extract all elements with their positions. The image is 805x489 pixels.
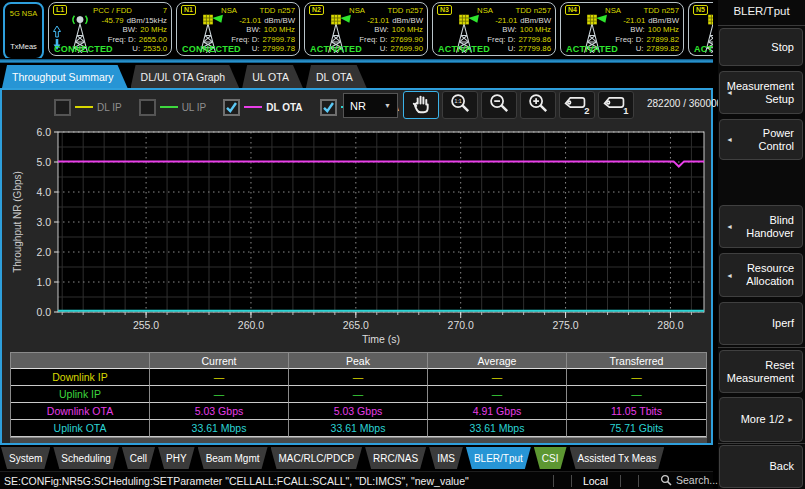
table-footer-strip [10,438,707,443]
bottom-tab-mac-rlc-pdcp[interactable]: MAC/RLC/PDCP [271,447,363,469]
local-remote-indicator[interactable]: Local [572,475,619,487]
table-header-row-label [11,353,150,369]
bottom-tab-scheduling[interactable]: Scheduling [53,447,118,469]
softkey-power-control[interactable]: ◄Power Control [719,119,803,160]
svg-text:3.0: 3.0 [36,216,51,228]
softkey-measurement-setup[interactable]: ◄Measurement Setup [719,71,803,114]
svg-text:260.0: 260.0 [238,319,264,331]
table-header-Transferred: Transferred [567,353,706,369]
softkey-resource-allocation[interactable]: ◄Resource Allocation [719,253,803,297]
legend-toggle-ul-ip[interactable]: UL IP [139,99,207,116]
mode-box: 5G NSA TxMeas [3,2,44,58]
table-header-Average: Average [428,353,567,369]
table-cell: — [289,369,428,386]
throughput-summary-panel: DL IPUL IPDL OTAUL OTA NR ▼ 1:121 282200… [0,88,713,445]
zoom-in-button[interactable] [520,91,556,119]
bottom-tab-ims[interactable]: IMS [429,447,463,469]
cell-status-N1[interactable]: N1NSATDD n257-21.01dBm/BWBW:100 MHzFreq:… [176,2,300,56]
zoom-out-button[interactable] [481,91,517,119]
softkey-more-1-2[interactable]: More 1/2► [719,397,803,442]
bottom-tab-phy[interactable]: PHY [158,447,195,469]
header-divider [0,59,713,63]
bottom-tab-bler-tput[interactable]: BLER/Tput [466,447,531,469]
softkey-reset-measurement[interactable]: Reset Measurement [719,350,803,393]
zoom-1to1-icon: 1:1 [448,92,473,119]
svg-text:270.0: 270.0 [448,319,474,331]
series-color-swatch [244,106,262,108]
checkbox [54,99,71,116]
softkey-sidebar: BLER/Tput Stop◄Measurement Setup◄Power C… [718,0,805,489]
svg-text:2.0: 2.0 [36,246,51,258]
cell-status-text: CONNECTED [182,44,241,54]
svg-text:1: 1 [623,105,628,114]
tech-select-value: NR [350,100,366,112]
svg-text:280.0: 280.0 [657,319,683,331]
svg-text:0.0: 0.0 [36,306,51,318]
zoom-out-icon [487,92,512,119]
bottom-tab-system[interactable]: System [1,447,50,469]
bottom-tab-csi[interactable]: CSI [534,447,567,469]
bottom-tab-beam-mgmt[interactable]: Beam Mgmt [198,447,268,469]
cell-status-N3[interactable]: N3NSATDD n257-21.01dBm/BWBW:100 MHzFreq:… [432,2,556,56]
status-bar: SE:CONFig:NR5G:SCHeduling:SETParameter "… [0,471,713,489]
cell-status-N2[interactable]: N2NSATDD n257-21.01dBm/BWBW:100 MHzFreq:… [304,2,428,56]
table-cell: 33.61 Mbps [150,420,289,437]
cell-status-N5[interactable]: N5ACTIVATED [688,2,713,56]
scpi-command-text: SE:CONFig:NR5G:SCHeduling:SETParameter "… [4,475,469,487]
cell-status-text: ACTIVATED [566,44,618,54]
pan-hand-button[interactable] [403,91,439,119]
softkey-iperf[interactable]: Iperf [719,302,803,345]
bottom-tab-rrc-nas[interactable]: RRC/NAS [365,447,426,469]
svg-text:275.0: 275.0 [552,319,578,331]
softkey-stop[interactable]: Stop [719,28,803,66]
softkey-back[interactable]: Back [719,445,803,488]
svg-text:265.0: 265.0 [343,319,369,331]
search-placeholder: Search... [676,474,718,486]
mode-line2: TxMeas [5,42,42,51]
left-arrow-icon: ◄ [726,220,733,233]
bottom-tab-assisted-tx-meas[interactable]: Assisted Tx Meas [570,447,665,469]
svg-text:Throughput NR (Gbps): Throughput NR (Gbps) [12,171,23,273]
throughput-chart[interactable]: 255.0260.0265.0270.0275.0280.00.01.02.03… [10,124,710,346]
tab-ul-ota[interactable]: UL OTA [242,65,303,88]
series-color-swatch [160,106,178,108]
table-cell: 5.03 Gbps [289,403,428,420]
table-cell: — [567,369,706,386]
table-cell: — [428,369,567,386]
chevron-down-icon: ▼ [384,102,391,109]
svg-text:255.0: 255.0 [133,319,159,331]
legend-toggle-dl-ota[interactable]: DL OTA [223,99,302,116]
tab-dl-ota[interactable]: DL OTA [306,65,367,88]
marker-2-button[interactable]: 2 [559,91,595,119]
legend-toggle-dl-ip[interactable]: DL IP [54,99,122,116]
measurement-tabs: Throughput SummaryDL/UL OTA GraphUL OTAD… [2,65,367,88]
cell-status-L1[interactable]: L1PCC / FDD7-45.79dBm/15kHzBW:20 MHzFreq… [48,2,172,56]
left-arrow-icon: ◄ [726,133,733,146]
zoom-1to1-button[interactable]: 1:1 [442,91,478,119]
tab-dl-ul-ota-graph[interactable]: DL/UL OTA Graph [131,65,240,88]
svg-text:2: 2 [584,105,589,114]
zoom-in-icon [526,92,551,119]
table-row-label: Uplink IP [11,386,150,403]
mode-line1: 5G NSA [5,9,42,18]
marker-1-button[interactable]: 1 [598,91,634,119]
softkey-blind-handover[interactable]: ◄Blind Handover [719,205,803,248]
table-cell: — [428,386,567,403]
cell-status-N4[interactable]: N4NSATDD n257-21.01dBm/BWBW:100 MHzFreq:… [560,2,684,56]
tab-throughput-summary[interactable]: Throughput Summary [2,65,128,88]
search-box[interactable]: Search... [660,474,718,486]
right-arrow-icon: ► [787,413,794,426]
throughput-table: CurrentPeakAverageTransferredDownlink IP… [10,352,707,438]
bottom-tab-cell[interactable]: Cell [122,447,155,469]
sidebar-title: BLER/Tput [718,5,805,17]
cell-status-text: CONNECTED [54,44,113,54]
table-row-label: Downlink OTA [11,403,150,420]
search-icon [660,474,672,486]
svg-text:6.0: 6.0 [36,126,51,138]
marker-2-icon: 2 [563,92,591,119]
cell-status-text: ACTIVATED [310,44,362,54]
tech-select-dropdown[interactable]: NR ▼ [343,93,398,118]
table-cell: 5.03 Gbps [150,403,289,420]
svg-text:4.0: 4.0 [36,186,51,198]
checkbox [320,99,337,116]
